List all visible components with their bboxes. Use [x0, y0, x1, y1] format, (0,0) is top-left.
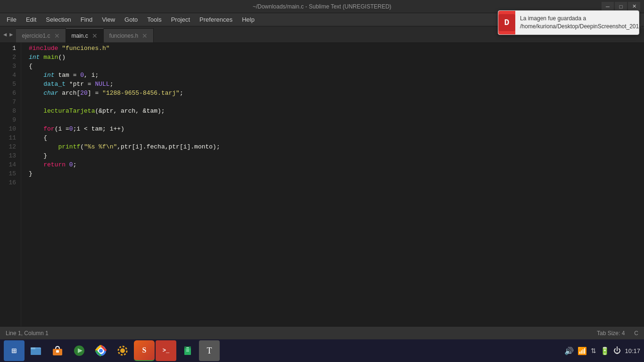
taskbar-typora-icon[interactable]: T: [199, 340, 220, 361]
close-button[interactable]: ✕: [628, 2, 640, 11]
svg-rect-17: [186, 351, 189, 352]
line-num-11: 11: [0, 133, 16, 142]
line-num-15: 15: [0, 169, 16, 178]
window-controls: ─ □ ✕: [602, 2, 640, 11]
svg-rect-15: [186, 349, 189, 350]
line-num-14: 14: [0, 160, 16, 169]
taskbar-start-icon[interactable]: ⊞: [4, 340, 25, 361]
tab-next-arrow[interactable]: ▶: [8, 31, 14, 38]
tray-network-icon[interactable]: ⇅: [591, 347, 596, 354]
status-bar: Line 1, Column 1 Tab Size: 4 C: [0, 326, 644, 339]
tab-close-funcionesh[interactable]: ✕: [142, 33, 148, 39]
menu-help[interactable]: Help: [237, 14, 259, 25]
notification-icon-area: D: [498, 11, 515, 34]
line-numbers: 1 2 3 4 5 6 7 8 9 10 11 12 13 14 15 16: [0, 43, 21, 349]
menu-project[interactable]: Project: [166, 14, 195, 25]
menu-find[interactable]: Find: [76, 14, 97, 25]
code-line-3: {: [29, 62, 644, 71]
taskbar-tray: 🔊 📶 ⇅ 🔋 ⏻ 10:17: [564, 346, 640, 355]
line-num-7: 7: [0, 98, 16, 107]
tab-close-ejercicio1c[interactable]: ✕: [54, 33, 60, 39]
code-line-5: data_t *ptr = NULL;: [29, 80, 644, 89]
menu-view[interactable]: View: [97, 14, 120, 25]
status-tabsize[interactable]: Tab Size: 4: [597, 330, 625, 337]
notification-popup: D La imagen fue guardada a /home/kuriona…: [498, 10, 639, 35]
svg-rect-4: [56, 350, 59, 353]
line-num-10: 10: [0, 124, 16, 133]
taskbar-filemanager-icon[interactable]: [25, 340, 46, 361]
line-num-8: 8: [0, 107, 16, 115]
code-line-16: [29, 178, 644, 187]
tab-ejercicio1c[interactable]: ejercicio1.c ✕: [16, 28, 66, 42]
notification-app-icon: D: [498, 14, 515, 31]
minimize-button[interactable]: ─: [602, 2, 614, 11]
taskbar-terminal-icon[interactable]: >_: [156, 340, 176, 361]
svg-rect-16: [186, 350, 189, 351]
tab-prev-arrow[interactable]: ◀: [2, 31, 8, 38]
code-line-9: [29, 115, 644, 124]
line-num-9: 9: [0, 115, 16, 124]
line-num-4: 4: [0, 71, 16, 80]
code-line-2: int main(): [29, 53, 644, 62]
line-num-3: 3: [0, 62, 16, 71]
line-num-2: 2: [0, 53, 16, 62]
code-line-1: #include "funciones.h": [29, 44, 644, 53]
window-title: ~/Downloads/main.c - Sublime Text (UNREG…: [253, 3, 391, 10]
code-line-14: return 0;: [29, 160, 644, 169]
menu-file[interactable]: File: [2, 14, 21, 25]
menu-goto[interactable]: Goto: [120, 14, 142, 25]
code-line-4: int tam = 0, i;: [29, 71, 644, 80]
taskbar-media-icon[interactable]: [69, 340, 90, 361]
menu-selection[interactable]: Selection: [41, 14, 75, 25]
svg-point-9: [99, 349, 103, 353]
svg-rect-1: [31, 349, 41, 355]
code-line-8: lecturaTarjeta(&ptr, arch, &tam);: [29, 107, 644, 115]
taskbar-shop-icon[interactable]: [47, 340, 68, 361]
notification-body: La imagen fue guardada a /home/kuriona/D…: [515, 11, 644, 34]
maximize-button[interactable]: □: [615, 2, 627, 11]
menu-edit[interactable]: Edit: [21, 14, 41, 25]
code-line-6: char arch[20] = "1288-9655-8456.tarj";: [29, 89, 644, 98]
menu-preferences[interactable]: Preferences: [195, 14, 237, 25]
line-num-16: 16: [0, 178, 16, 187]
tray-power-icon[interactable]: ⏻: [613, 346, 621, 355]
line-num-12: 12: [0, 142, 16, 151]
taskbar-sublime-icon[interactable]: S: [134, 340, 155, 361]
code-line-15: }: [29, 169, 644, 178]
tray-wifi-icon[interactable]: 📶: [578, 346, 587, 355]
tab-label-ejercicio1c: ejercicio1.c: [22, 33, 50, 39]
svg-rect-2: [31, 347, 35, 349]
tab-close-mainc[interactable]: ✕: [92, 33, 98, 39]
tray-volume-icon[interactable]: 🔊: [564, 346, 574, 355]
code-line-11: {: [29, 133, 644, 142]
tab-label-funcionesh: funciones.h: [109, 33, 138, 39]
tray-battery-icon[interactable]: 🔋: [600, 346, 610, 355]
clock-time: 10:17: [625, 347, 640, 354]
taskbar-clock: 10:17: [625, 347, 640, 354]
taskbar-archive-icon[interactable]: [177, 340, 198, 361]
notification-message: La imagen fue guardada a /home/kuriona/D…: [520, 15, 644, 30]
svg-point-10: [120, 348, 125, 353]
tab-label-mainc: main.c: [72, 33, 88, 39]
menu-tools[interactable]: Tools: [142, 14, 166, 25]
taskbar: ⊞: [0, 339, 644, 362]
line-num-6: 6: [0, 89, 16, 98]
tab-mainc[interactable]: main.c ✕: [66, 28, 104, 42]
taskbar-chrome-icon[interactable]: [91, 340, 111, 361]
tab-nav-arrows: ◀ ▶: [0, 26, 16, 42]
code-editor[interactable]: #include "funciones.h" int main() { int …: [21, 43, 644, 349]
status-position: Line 1, Column 1: [6, 330, 49, 337]
code-line-12: printf("%s %f\n",ptr[i].fecha,ptr[i].mon…: [29, 142, 644, 151]
code-line-10: for(i =0;i < tam; i++): [29, 124, 644, 133]
line-num-13: 13: [0, 151, 16, 160]
tab-funcionesh[interactable]: funciones.h ✕: [104, 28, 154, 42]
taskbar-settings-icon[interactable]: [112, 340, 133, 361]
code-line-7: [29, 98, 644, 107]
editor-area: 1 2 3 4 5 6 7 8 9 10 11 12 13 14 15 16 #…: [0, 43, 644, 349]
line-num-5: 5: [0, 80, 16, 89]
code-line-13: }: [29, 151, 644, 160]
line-num-1: 1: [0, 44, 16, 53]
svg-rect-14: [186, 347, 189, 348]
status-language[interactable]: C: [634, 330, 638, 337]
